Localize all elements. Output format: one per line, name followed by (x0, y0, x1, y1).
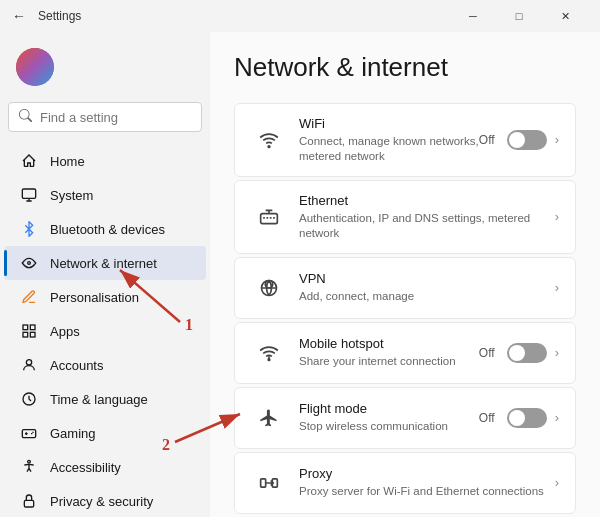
sidebar-item-gaming[interactable]: Gaming (4, 416, 206, 450)
avatar-area (0, 40, 210, 102)
setting-title-ethernet: Ethernet (299, 193, 555, 210)
setting-title-proxy: Proxy (299, 466, 555, 483)
sidebar-item-label: Accounts (50, 358, 103, 373)
toggle-wifi[interactable] (507, 130, 547, 150)
setting-item-wifi[interactable]: WiFi Connect, manage known networks, met… (234, 103, 576, 177)
sidebar-item-label: Accessibility (50, 460, 121, 475)
setting-item-vpn[interactable]: VPN Add, connect, manage › (234, 257, 576, 319)
app-body: Home System Bluetooth & devices Network … (0, 32, 600, 517)
sidebar-item-label: Time & language (50, 392, 148, 407)
sidebar-item-label: Network & internet (50, 256, 157, 271)
sidebar-item-network[interactable]: Network & internet (4, 246, 206, 280)
bluetooth-icon (20, 220, 38, 238)
proxy-icon (251, 465, 287, 501)
back-button[interactable]: ← (12, 8, 26, 24)
close-button[interactable]: ✕ (542, 0, 588, 32)
avatar-image (16, 48, 54, 86)
setting-desc-ethernet: Authentication, IP and DNS settings, met… (299, 211, 555, 241)
chevron-wifi: › (555, 132, 559, 147)
sidebar-item-accounts[interactable]: Accounts (4, 348, 206, 382)
svg-rect-0 (22, 189, 35, 198)
vpn-icon (251, 270, 287, 306)
accessibility-icon (20, 458, 38, 476)
sidebar-item-label: System (50, 188, 93, 203)
search-icon (19, 109, 32, 125)
sidebar-item-bluetooth[interactable]: Bluetooth & devices (4, 212, 206, 246)
setting-title-vpn: VPN (299, 271, 555, 288)
sidebar-item-label: Home (50, 154, 85, 169)
svg-rect-2 (23, 325, 28, 330)
svg-rect-12 (261, 213, 278, 223)
search-box[interactable] (8, 102, 202, 132)
nav-container: Home System Bluetooth & devices Network … (0, 144, 210, 517)
personalisation-icon (20, 288, 38, 306)
sidebar-item-accessibility[interactable]: Accessibility (4, 450, 206, 484)
sidebar-item-system[interactable]: System (4, 178, 206, 212)
setting-right-wifi: Off › (479, 130, 559, 150)
minimize-button[interactable]: ─ (450, 0, 496, 32)
setting-right-hotspot: Off › (479, 343, 559, 363)
sidebar-item-label: Bluetooth & devices (50, 222, 165, 237)
search-input[interactable] (40, 110, 191, 125)
toggle-flightmode[interactable] (507, 408, 547, 428)
privacy-icon (20, 492, 38, 510)
chevron-flightmode: › (555, 410, 559, 425)
sidebar-item-privacy[interactable]: Privacy & security (4, 484, 206, 517)
toggle-label-flightmode: Off (479, 411, 495, 425)
toggle-label-hotspot: Off (479, 346, 495, 360)
setting-right-flightmode: Off › (479, 408, 559, 428)
setting-desc-vpn: Add, connect, manage (299, 289, 555, 304)
avatar (16, 48, 54, 86)
sidebar-item-label: Apps (50, 324, 80, 339)
svg-rect-10 (24, 500, 33, 507)
setting-desc-wifi: Connect, manage known networks, metered … (299, 134, 479, 164)
setting-desc-proxy: Proxy server for Wi-Fi and Ethernet conn… (299, 484, 555, 499)
setting-item-ethernet[interactable]: Ethernet Authentication, IP and DNS sett… (234, 180, 576, 254)
titlebar-title: Settings (38, 9, 81, 23)
setting-item-proxy[interactable]: Proxy Proxy server for Wi-Fi and Etherne… (234, 452, 576, 514)
settings-list: WiFi Connect, manage known networks, met… (234, 103, 576, 517)
chevron-hotspot: › (555, 345, 559, 360)
svg-point-1 (28, 262, 31, 265)
page-title: Network & internet (234, 52, 576, 83)
chevron-ethernet: › (555, 209, 559, 224)
sidebar-item-label: Privacy & security (50, 494, 153, 509)
chevron-proxy: › (555, 475, 559, 490)
svg-rect-5 (30, 332, 35, 337)
svg-rect-8 (22, 430, 35, 438)
titlebar-controls: ─ □ ✕ (450, 0, 588, 32)
sidebar-item-apps[interactable]: Apps (4, 314, 206, 348)
flightmode-icon (251, 400, 287, 436)
content-area: Network & internet WiFi Connect, manage … (210, 32, 600, 517)
setting-title-wifi: WiFi (299, 116, 479, 133)
toggle-hotspot[interactable] (507, 343, 547, 363)
titlebar-left: ← Settings (12, 8, 81, 24)
titlebar: ← Settings ─ □ ✕ (0, 0, 600, 32)
svg-point-6 (26, 360, 31, 365)
sidebar-item-label: Personalisation (50, 290, 139, 305)
wifi-icon (251, 122, 287, 158)
hotspot-icon (251, 335, 287, 371)
gaming-icon (20, 424, 38, 442)
chevron-vpn: › (555, 280, 559, 295)
svg-rect-3 (30, 325, 35, 330)
accounts-icon (20, 356, 38, 374)
sidebar-item-home[interactable]: Home (4, 144, 206, 178)
setting-right-proxy: › (555, 475, 559, 490)
system-icon (20, 186, 38, 204)
time-icon (20, 390, 38, 408)
setting-item-flightmode[interactable]: Flight mode Stop wireless communication … (234, 387, 576, 449)
sidebar-item-personalisation[interactable]: Personalisation (4, 280, 206, 314)
sidebar-item-label: Gaming (50, 426, 96, 441)
maximize-button[interactable]: □ (496, 0, 542, 32)
svg-point-9 (28, 460, 31, 463)
svg-point-11 (268, 146, 270, 148)
network-icon (20, 254, 38, 272)
sidebar-item-time[interactable]: Time & language (4, 382, 206, 416)
setting-desc-hotspot: Share your internet connection (299, 354, 479, 369)
apps-icon (20, 322, 38, 340)
setting-title-hotspot: Mobile hotspot (299, 336, 479, 353)
setting-item-hotspot[interactable]: Mobile hotspot Share your internet conne… (234, 322, 576, 384)
sidebar: Home System Bluetooth & devices Network … (0, 32, 210, 517)
setting-right-vpn: › (555, 280, 559, 295)
